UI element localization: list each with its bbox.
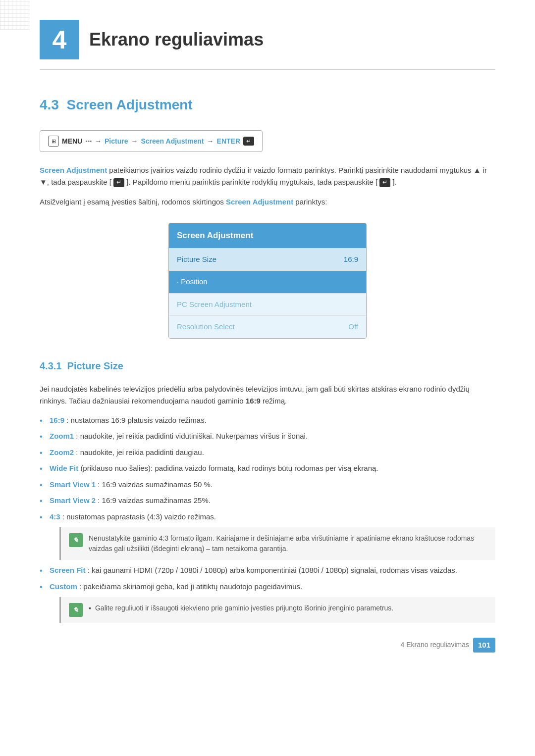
- note-box-custom: ✎ ▪ Galite reguliuoti ir išsaugoti kiekv…: [59, 597, 495, 623]
- enter-icon: ↵: [243, 137, 254, 146]
- item-text-smart-view-2: : 16:9 vaizdas sumažinamas 25%.: [98, 496, 211, 504]
- page-footer: 4 Ekrano reguliavimas 101: [400, 638, 495, 653]
- chapter-title: Ekrano reguliavimas: [89, 26, 264, 53]
- list-item-zoom1: Zoom1 : naudokite, jei reikia padidinti …: [40, 431, 495, 442]
- menu-path-box: ⊞ MENU ▪▪▪ → Picture → Screen Adjustment…: [40, 130, 263, 152]
- item-text-zoom2: : naudokite, jei reikia padidinti daugia…: [76, 448, 204, 456]
- item-text-zoom1: : naudokite, jei reikia padidinti viduti…: [76, 432, 308, 440]
- menu-picture: Picture: [105, 136, 128, 147]
- menu-item-picture-size-label: Picture Size: [177, 254, 216, 265]
- arrow3: →: [207, 136, 214, 147]
- chapter-header: 4 Ekrano reguliavimas: [40, 20, 495, 70]
- menu-item-position-label: · Position: [177, 276, 208, 288]
- item-text-smart-view-1: : 16:9 vaizdas sumažinamas 50 %.: [98, 480, 213, 489]
- menu-item-resolution-value: Off: [348, 321, 358, 333]
- item-text-wide-fit: (priklauso nuo šalies): padidina vaizdo …: [80, 464, 378, 472]
- feature-list: 16:9 : nustatomas 16:9 platusis vaizdo r…: [40, 415, 495, 623]
- subsection-intro: Jei naudojatės kabelinės televizijos pri…: [40, 383, 495, 407]
- item-label-16-9: 16:9: [50, 416, 64, 424]
- menu-item-resolution-label: Resolution Select: [177, 321, 235, 333]
- menu-box-container: Screen Adjustment Picture Size 16:9 · Po…: [40, 223, 495, 339]
- menu-item-resolution[interactable]: Resolution Select Off: [169, 315, 366, 338]
- list-item-smart-view-1: Smart View 1 : 16:9 vaizdas sumažinamas …: [40, 479, 495, 491]
- menu-box-title: Screen Adjustment: [169, 223, 366, 248]
- item-label-smart-view-2: Smart View 2: [50, 496, 96, 504]
- item-label-custom: Custom: [50, 582, 77, 591]
- note-icon-1: ✎: [69, 533, 83, 547]
- list-item-4-3: 4:3 : nustatomas paprastasis (4:3) vaizd…: [40, 511, 495, 560]
- arrow1: →: [95, 136, 102, 147]
- note-bullet-custom: ▪: [89, 603, 91, 613]
- second-intro-end: parinktys:: [295, 198, 327, 206]
- subsection-intro-end: režimą.: [263, 397, 287, 405]
- list-item-zoom2: Zoom2 : naudokite, jei reikia padidinti …: [40, 447, 495, 458]
- menu-grid-icon: ▪▪▪: [85, 137, 92, 146]
- list-item-smart-view-2: Smart View 2 : 16:9 vaizdas sumažinamas …: [40, 495, 495, 506]
- list-item-custom: Custom : pakeičiama skiriamoji geba, kad…: [40, 581, 495, 623]
- inline-enter-2: ↵: [379, 178, 390, 187]
- menu-screen-adjustment: Screen Adjustment: [141, 136, 204, 147]
- list-item-screen-fit: Screen Fit : kai gaunami HDMI (720p / 10…: [40, 565, 495, 576]
- item-label-zoom2: Zoom2: [50, 448, 74, 456]
- subsection-heading: 4.3.1 Picture Size: [40, 358, 495, 373]
- intro-text-2: ]. Papildomo meniu parinktis parinkite r…: [126, 178, 377, 186]
- footer-chapter-label: 4 Ekrano reguliavimas: [400, 640, 469, 650]
- note-icon-2: ✎: [69, 603, 83, 617]
- arrow2: →: [131, 136, 138, 147]
- item-label-smart-view-1: Smart View 1: [50, 480, 96, 489]
- note-text-1: Nenustatykite gaminio 4:3 formato ilgam.…: [89, 533, 487, 554]
- subsection-intro-bold: 16:9: [246, 397, 261, 405]
- inline-enter-1: ↵: [113, 178, 124, 187]
- item-label-4-3: 4:3: [50, 512, 60, 521]
- item-text-custom: : pakeičiama skiriamoji geba, kad ji ati…: [79, 582, 302, 591]
- menu-item-pc-screen-label: PC Screen Adjustment: [177, 299, 252, 310]
- menu-item-pc-screen[interactable]: PC Screen Adjustment: [169, 293, 366, 316]
- item-text-screen-fit: : kai gaunami HDMI (720p / 1080i / 1080p…: [88, 566, 457, 574]
- section-heading: 4.3 Screen Adjustment: [40, 95, 495, 115]
- menu-item-picture-size-value: 16:9: [344, 254, 358, 265]
- list-item-wide-fit: Wide Fit (priklauso nuo šalies): padidin…: [40, 463, 495, 474]
- item-text-4-3: : nustatomas paprastasis (4:3) vaizdo re…: [62, 512, 216, 521]
- grid-decoration: [0, 0, 30, 30]
- intro-text-3: ].: [393, 178, 397, 186]
- item-label-screen-fit: Screen Fit: [50, 566, 86, 574]
- screen-adjustment-term-2: Screen Adjustment: [226, 198, 293, 206]
- menu-item-picture-size[interactable]: Picture Size 16:9: [169, 248, 366, 271]
- menu-enter-label: ENTER: [217, 136, 240, 147]
- second-intro-text: Atsižvelgiant į esamą įvesties šaltinį, …: [40, 198, 226, 206]
- item-label-zoom1: Zoom1: [50, 432, 74, 440]
- chapter-number: 4: [40, 20, 79, 59]
- menu-label: MENU: [62, 136, 82, 147]
- note-box-4-3: ✎ Nenustatykite gaminio 4:3 formato ilga…: [59, 527, 495, 560]
- item-label-wide-fit: Wide Fit: [50, 464, 78, 472]
- screen-adjustment-term: Screen Adjustment: [40, 166, 107, 174]
- footer-page-number: 101: [473, 638, 495, 653]
- menu-icon: ⊞: [48, 136, 59, 147]
- second-intro-paragraph: Atsižvelgiant į esamą įvesties šaltinį, …: [40, 196, 495, 208]
- note-text-2: Galite reguliuoti ir išsaugoti kiekvieno…: [95, 603, 393, 613]
- intro-paragraph: Screen Adjustment pateikiamos įvairios v…: [40, 164, 495, 188]
- menu-item-position[interactable]: · Position: [169, 270, 366, 293]
- list-item-16-9: 16:9 : nustatomas 16:9 platusis vaizdo r…: [40, 415, 495, 426]
- item-text-16-9: : nustatomas 16:9 platusis vaizdo režima…: [66, 416, 207, 424]
- screen-adjustment-menu: Screen Adjustment Picture Size 16:9 · Po…: [168, 223, 367, 339]
